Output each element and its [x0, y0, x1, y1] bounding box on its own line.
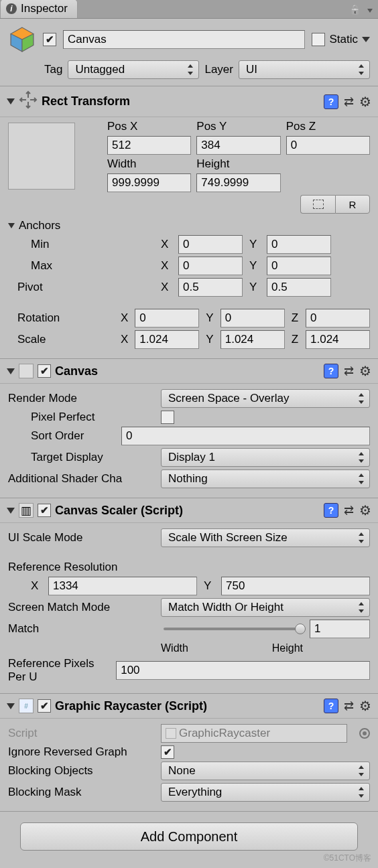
target-display-label: Target Display [8, 451, 154, 464]
raw-edit-button[interactable]: R [335, 195, 370, 214]
shader-channels-label: Additional Shader Cha [8, 472, 154, 486]
blocking-objects-label: Blocking Objects [8, 764, 154, 778]
min-label: Min [8, 238, 154, 251]
match-slider[interactable] [164, 628, 300, 630]
canvas-header[interactable]: Canvas ? ⇄ ⚙ [0, 358, 378, 384]
canvas-icon [19, 364, 34, 378]
anchor-min-y[interactable] [267, 235, 331, 254]
blueprint-mode-button[interactable] [300, 195, 335, 214]
posy-input[interactable] [196, 136, 280, 155]
pivot-y[interactable] [267, 278, 331, 297]
inspector-tab-label: Inspector [21, 2, 68, 15]
canvas-scaler-header[interactable]: ▥ Canvas Scaler (Script) ? ⇄ ⚙ [0, 498, 378, 523]
posy-label: Pos Y [196, 120, 280, 133]
help-icon[interactable]: ? [324, 699, 338, 713]
ui-scale-mode-label: UI Scale Mode [8, 531, 154, 545]
inspector-tab[interactable]: i Inspector [0, 0, 78, 18]
render-mode-dropdown[interactable]: Screen Space - Overlay [161, 389, 370, 408]
object-picker-icon[interactable] [359, 728, 370, 739]
static-label: Static [329, 33, 358, 46]
layer-dropdown[interactable]: UI [239, 60, 370, 79]
chevron-down-icon [8, 223, 15, 228]
gear-icon[interactable]: ⚙ [359, 363, 371, 379]
preset-icon[interactable]: ⇄ [344, 503, 354, 518]
graphic-raycaster-title: Graphic Raycaster (Script) [55, 699, 320, 713]
render-mode-label: Render Mode [8, 392, 154, 405]
canvas-enabled-checkbox[interactable] [38, 364, 51, 378]
scale-y[interactable] [220, 330, 285, 349]
screen-match-mode-dropdown[interactable]: Match Width Or Height [161, 598, 370, 617]
rot-z[interactable] [306, 309, 370, 328]
canvas-title: Canvas [55, 364, 320, 378]
add-component-button[interactable]: Add Component [20, 822, 358, 851]
canvas-scaler-enabled-checkbox[interactable] [38, 504, 51, 517]
preset-icon[interactable]: ⇄ [344, 364, 354, 378]
ui-scale-mode-dropdown[interactable]: Scale With Screen Size [161, 528, 370, 547]
ignore-reversed-label: Ignore Reversed Graph [8, 745, 154, 759]
blocking-mask-label: Blocking Mask [8, 786, 154, 799]
reference-resolution-x[interactable] [48, 577, 197, 595]
screen-match-mode-label: Screen Match Mode [8, 601, 154, 614]
canvas-scaler-icon: ▥ [19, 503, 34, 518]
shader-channels-dropdown[interactable]: Nothing [161, 469, 370, 488]
target-display-dropdown[interactable]: Display 1 [161, 448, 370, 467]
anchors-foldout[interactable]: Anchors [8, 219, 370, 232]
rot-x[interactable] [135, 309, 199, 328]
static-checkbox[interactable] [312, 33, 325, 46]
reference-resolution-label: Reference Resolution [8, 561, 154, 574]
anchor-preset-button[interactable] [8, 123, 75, 190]
help-icon[interactable]: ? [324, 94, 338, 109]
gear-icon[interactable]: ⚙ [359, 94, 371, 110]
height-input[interactable] [196, 173, 280, 192]
panel-menu-icon[interactable] [366, 4, 373, 15]
scale-x[interactable] [135, 330, 199, 349]
graphic-raycaster-header[interactable]: # Graphic Raycaster (Script) ? ⇄ ⚙ [0, 693, 378, 719]
preset-icon[interactable]: ⇄ [344, 699, 354, 713]
tab-bar: i Inspector [0, 0, 378, 19]
scale-label: Scale [8, 333, 114, 346]
ignore-reversed-checkbox[interactable] [161, 745, 174, 759]
rot-y[interactable] [220, 309, 285, 328]
sort-order-input[interactable] [121, 427, 370, 445]
posz-input[interactable] [286, 136, 370, 155]
gear-icon[interactable]: ⚙ [359, 698, 371, 714]
anchor-max-x[interactable] [178, 257, 243, 275]
posx-input[interactable] [107, 136, 191, 155]
gameobject-icon[interactable] [8, 25, 36, 54]
graphic-raycaster-enabled-checkbox[interactable] [38, 699, 51, 713]
sort-order-label: Sort Order [8, 429, 115, 443]
anchor-min-x[interactable] [178, 235, 243, 254]
rect-transform-icon [19, 90, 38, 113]
lock-icon[interactable] [349, 4, 361, 15]
blocking-objects-dropdown[interactable]: None [161, 762, 370, 780]
blocking-mask-dropdown[interactable]: Everything [161, 783, 370, 802]
posz-label: Pos Z [286, 120, 370, 133]
pixel-perfect-label: Pixel Perfect [8, 411, 154, 424]
pivot-x[interactable] [178, 278, 243, 297]
posx-label: Pos X [107, 120, 191, 133]
help-icon[interactable]: ? [324, 503, 338, 518]
blueprint-icon [313, 200, 324, 209]
width-input[interactable] [107, 173, 191, 192]
tag-dropdown[interactable]: Untagged [68, 60, 199, 79]
match-value-input[interactable] [310, 620, 370, 638]
reference-pixels-label: Reference Pixels Per U [8, 657, 109, 684]
scale-z[interactable] [306, 330, 370, 349]
foldout-icon [7, 508, 15, 514]
canvas-scaler-title: Canvas Scaler (Script) [55, 504, 320, 518]
gameobject-active-checkbox[interactable] [43, 33, 56, 46]
script-field: GraphicRaycaster [161, 724, 347, 743]
reference-pixels-input[interactable] [116, 661, 370, 680]
anchor-max-y[interactable] [267, 257, 331, 275]
gameobject-name-input[interactable] [63, 30, 305, 49]
pixel-perfect-checkbox[interactable] [161, 411, 174, 424]
help-icon[interactable]: ? [324, 364, 338, 378]
static-dropdown-icon[interactable] [362, 37, 370, 42]
cs-file-icon [166, 728, 176, 739]
gear-icon[interactable]: ⚙ [359, 502, 371, 518]
preset-icon[interactable]: ⇄ [344, 94, 354, 109]
pivot-label: Pivot [8, 281, 154, 294]
reference-resolution-y[interactable] [221, 577, 370, 595]
rect-transform-header[interactable]: Rect Transform ? ⇄ ⚙ [0, 86, 378, 117]
foldout-icon [7, 703, 15, 709]
